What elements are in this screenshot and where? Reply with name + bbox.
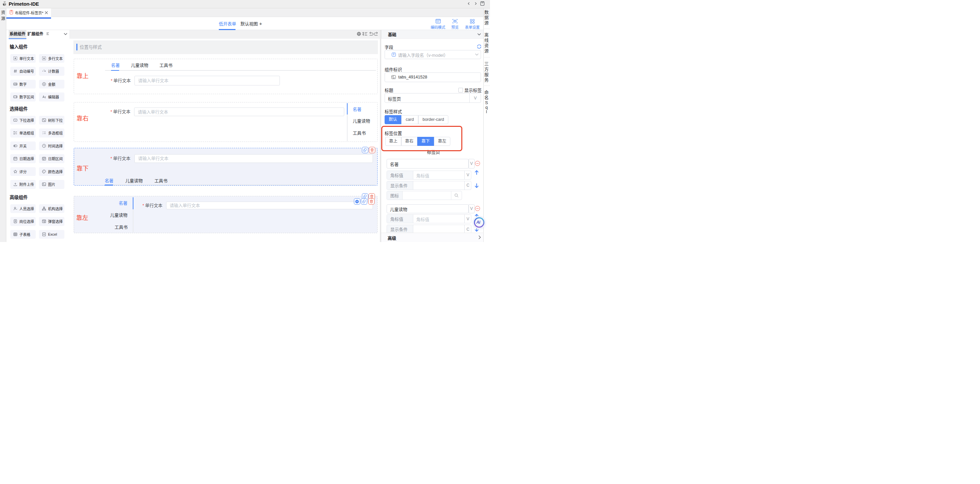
svg-text:Tab: Tab — [392, 77, 395, 79]
